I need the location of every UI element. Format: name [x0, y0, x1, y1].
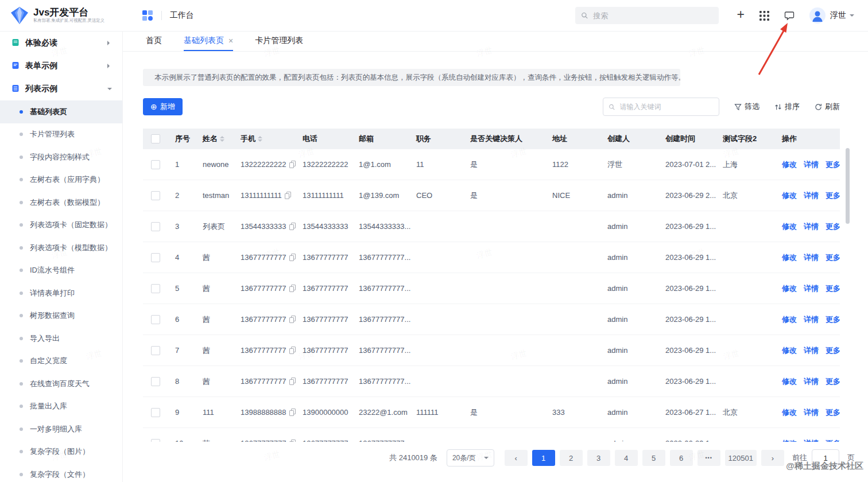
row-action-more[interactable]: 更多: [826, 253, 840, 262]
row-action-detail[interactable]: 详情: [804, 377, 819, 386]
copy-icon[interactable]: [289, 161, 296, 168]
prev-page-button[interactable]: ‹: [505, 450, 528, 466]
close-icon[interactable]: ×: [228, 37, 233, 45]
sidebar-group-2[interactable]: 列表示例: [0, 77, 122, 100]
row-action-detail[interactable]: 详情: [804, 160, 819, 169]
select-all-checkbox[interactable]: [151, 134, 160, 143]
tab-0[interactable]: 首页: [146, 32, 162, 51]
row-checkbox[interactable]: [151, 222, 160, 231]
row-checkbox[interactable]: [151, 284, 160, 293]
tab-2[interactable]: 卡片管理列表: [255, 32, 303, 51]
keyword-input[interactable]: [618, 102, 714, 111]
workspace-grid-icon[interactable]: [142, 10, 153, 21]
row-action-edit[interactable]: 修改: [782, 408, 797, 417]
row-action-detail[interactable]: 详情: [804, 439, 819, 442]
sidebar-item[interactable]: 导入导出: [0, 327, 122, 350]
page-size-select[interactable]: 20条/页: [447, 449, 494, 467]
row-checkbox[interactable]: [151, 315, 160, 324]
page-button-4[interactable]: 4: [615, 450, 638, 466]
sidebar-item[interactable]: 基础列表页: [0, 100, 122, 123]
sidebar-item[interactable]: 复杂字段（图片）: [0, 441, 122, 464]
row-action-edit[interactable]: 修改: [782, 160, 797, 169]
sidebar-item[interactable]: 一对多明细入库: [0, 418, 122, 441]
row-action-more[interactable]: 更多: [826, 315, 840, 324]
row-action-more[interactable]: 更多: [826, 346, 840, 355]
row-checkbox[interactable]: [151, 377, 160, 386]
column-header-name[interactable]: 姓名: [198, 129, 236, 149]
copy-icon[interactable]: [289, 316, 296, 323]
sort-carets-icon[interactable]: [258, 134, 262, 144]
sort-button[interactable]: 排序: [774, 102, 800, 112]
header-search-input[interactable]: [592, 11, 712, 21]
row-action-more[interactable]: 更多: [826, 439, 840, 442]
apps-grid-icon[interactable]: [760, 11, 769, 21]
copy-icon[interactable]: [289, 378, 296, 385]
copy-icon[interactable]: [289, 223, 296, 230]
row-action-edit[interactable]: 修改: [782, 253, 797, 262]
row-action-more[interactable]: 更多: [826, 191, 840, 200]
sidebar-item[interactable]: 卡片管理列表: [0, 123, 122, 146]
sidebar-item[interactable]: 字段内容控制样式: [0, 146, 122, 169]
row-action-detail[interactable]: 详情: [804, 346, 819, 355]
row-checkbox[interactable]: [151, 191, 160, 200]
copy-icon[interactable]: [289, 254, 296, 261]
avatar[interactable]: [809, 7, 826, 24]
row-action-edit[interactable]: 修改: [782, 377, 797, 386]
sidebar-item[interactable]: 复杂字段（文件）: [0, 463, 122, 482]
row-action-edit[interactable]: 修改: [782, 346, 797, 355]
keyword-search[interactable]: [603, 98, 719, 116]
last-page-button[interactable]: 120501: [725, 450, 757, 466]
copy-icon[interactable]: [285, 192, 291, 199]
copy-icon[interactable]: [289, 347, 296, 354]
username[interactable]: 浮世: [830, 10, 846, 21]
sort-carets-icon[interactable]: [220, 134, 224, 144]
row-action-more[interactable]: 更多: [826, 160, 840, 169]
workspace-label[interactable]: 工作台: [170, 10, 194, 21]
copy-icon[interactable]: [289, 285, 296, 292]
copy-icon[interactable]: [289, 440, 296, 442]
row-action-more[interactable]: 更多: [826, 222, 840, 231]
sidebar-item[interactable]: 自定义宽度: [0, 350, 122, 373]
sidebar-item[interactable]: 列表选项卡（固定数据）: [0, 214, 122, 237]
sidebar-item[interactable]: 批量出入库: [0, 395, 122, 418]
row-action-more[interactable]: 更多: [826, 377, 840, 386]
plus-icon[interactable]: +: [737, 8, 745, 21]
copy-icon[interactable]: [289, 409, 296, 416]
sidebar-item[interactable]: 树形数据查询: [0, 305, 122, 328]
row-action-edit[interactable]: 修改: [782, 439, 797, 442]
row-action-edit[interactable]: 修改: [782, 222, 797, 231]
row-action-more[interactable]: 更多: [826, 408, 840, 417]
page-button-6[interactable]: 6: [670, 450, 693, 466]
row-checkbox[interactable]: [151, 408, 160, 417]
chat-icon[interactable]: [784, 10, 795, 21]
row-checkbox[interactable]: [151, 346, 160, 355]
sidebar-item[interactable]: 详情表单打印: [0, 282, 122, 305]
header-search[interactable]: [575, 7, 719, 24]
row-action-detail[interactable]: 详情: [804, 222, 819, 231]
row-action-detail[interactable]: 详情: [804, 253, 819, 262]
page-button-5[interactable]: 5: [642, 450, 665, 466]
sidebar-item[interactable]: 左树右表（数据模型）: [0, 191, 122, 214]
page-button-2[interactable]: 2: [560, 450, 583, 466]
sidebar-group-0[interactable]: 体验必读: [0, 32, 122, 55]
row-action-detail[interactable]: 详情: [804, 284, 819, 293]
sidebar-item[interactable]: 在线查询百度天气: [0, 372, 122, 395]
row-action-detail[interactable]: 详情: [804, 191, 819, 200]
row-action-edit[interactable]: 修改: [782, 284, 797, 293]
row-action-detail[interactable]: 详情: [804, 315, 819, 324]
row-checkbox[interactable]: [151, 439, 160, 442]
sidebar-item[interactable]: 列表选项卡（模型数据）: [0, 236, 122, 259]
page-button-1[interactable]: 1: [532, 450, 555, 466]
page-ellipsis[interactable]: •••: [698, 450, 720, 466]
row-action-edit[interactable]: 修改: [782, 315, 797, 324]
column-header-mobile[interactable]: 手机: [236, 129, 298, 149]
sidebar-group-1[interactable]: 表单示例: [0, 55, 122, 77]
row-action-more[interactable]: 更多: [826, 284, 840, 293]
row-checkbox[interactable]: [151, 160, 160, 169]
table-scrollbar[interactable]: [846, 148, 850, 224]
row-action-detail[interactable]: 详情: [804, 408, 819, 417]
sidebar-item[interactable]: 左树右表（应用字典）: [0, 169, 122, 192]
sidebar-item[interactable]: ID流水号组件: [0, 259, 122, 282]
refresh-button[interactable]: 刷新: [815, 102, 840, 112]
row-checkbox[interactable]: [151, 253, 160, 262]
